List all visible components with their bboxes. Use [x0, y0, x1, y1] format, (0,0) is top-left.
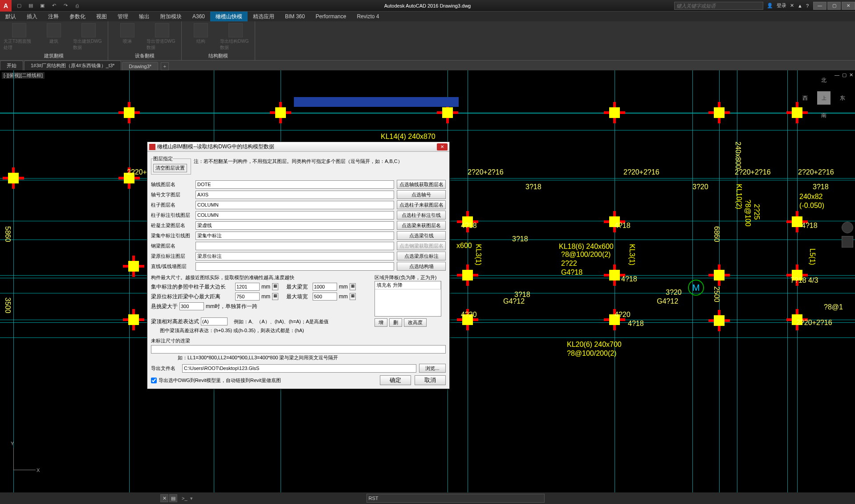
minimize-button[interactable]: — [813, 2, 826, 10]
help-icon[interactable]: ? [806, 3, 809, 8]
picker-icon[interactable]: ▦ [350, 293, 356, 300]
layout-close-icon[interactable]: ✕ [160, 494, 168, 502]
size-input-a[interactable] [235, 293, 260, 301]
picker-icon[interactable]: ▦ [272, 283, 278, 290]
layer-row-input[interactable] [195, 201, 394, 209]
layer-row-input[interactable] [195, 242, 394, 250]
qat-open-icon[interactable]: ▤ [27, 2, 35, 10]
qat-print-icon[interactable]: ⎙ [73, 2, 81, 10]
browse-button[interactable]: 浏览... [419, 364, 446, 373]
layer-row-input[interactable] [195, 221, 394, 230]
layout-list-icon[interactable]: ▤ [169, 494, 177, 502]
qat-new-icon[interactable]: ▢ [15, 2, 23, 10]
view-cube[interactable]: 上 北 南 西 东 [802, 76, 846, 120]
layer-row-input[interactable] [195, 232, 394, 240]
ribbon-tab-10[interactable]: 精选应用 [248, 12, 280, 21]
drawing-text: 2?20+2?16 [796, 319, 832, 327]
export-file-input[interactable] [182, 364, 416, 373]
view-cube-face[interactable]: 上 [817, 91, 831, 105]
ribbon-tab-8[interactable]: A360 [187, 12, 210, 21]
ribbon-tab-0[interactable]: 默认 [0, 12, 21, 21]
document-tab-1[interactable]: 1#3#厂房结构图（原4#东西镜像）_t3* [24, 61, 121, 70]
region-button-1[interactable]: 删 [389, 318, 402, 327]
layer-row-pick-button[interactable]: 点选结构墙 [397, 262, 446, 271]
qat-save-icon[interactable]: ▣ [38, 2, 46, 10]
elev-input[interactable] [201, 317, 228, 325]
new-tab-button[interactable]: + [161, 62, 169, 70]
ok-button[interactable]: 确定 [380, 375, 411, 385]
ribbon-tool[interactable]: 导出建筑DWG数据 [73, 23, 104, 51]
layer-row-input[interactable] [195, 262, 394, 271]
maximize-button[interactable]: ▢ [827, 2, 841, 10]
view-cube-west[interactable]: 西 [802, 94, 808, 102]
layer-row-pick-button[interactable]: 点选轴线获取图层名 [397, 180, 446, 189]
view-cube-south[interactable]: 南 [821, 112, 826, 119]
dialog-close-button[interactable]: ✕ [437, 143, 448, 150]
tiaoliang-input[interactable] [179, 302, 204, 310]
login-label[interactable]: 登录 [777, 2, 786, 9]
ribbon-tab-13[interactable]: Revizto 4 [351, 12, 384, 21]
ribbon-tab-5[interactable]: 管理 [112, 12, 134, 21]
ribbon-tab-4[interactable]: 视图 [91, 12, 112, 21]
app-logo[interactable]: A [0, 0, 12, 12]
layer-row-pick-button[interactable]: 点选柱子标注引线 [397, 211, 446, 219]
size-input-b[interactable] [313, 293, 337, 301]
exchange-icon[interactable]: ✕ [790, 3, 794, 8]
drawing-text: 3?18 [525, 183, 542, 191]
nav-wheel-icon[interactable] [842, 222, 853, 233]
region-button-2[interactable]: 改高度 [404, 318, 427, 327]
ribbon-tool[interactable]: 导出管道DWG数据 [147, 23, 178, 51]
document-tab-2[interactable]: Drawing3* [122, 62, 158, 70]
view-cube-north[interactable]: 北 [821, 77, 826, 84]
ribbon-tab-12[interactable]: Performance [310, 12, 352, 21]
layer-row-pick-button[interactable]: 点选梁引线 [397, 231, 446, 240]
document-tab-0[interactable]: 开始 [0, 61, 23, 70]
picker-icon[interactable]: ▦ [272, 293, 278, 300]
nav-pan-icon[interactable] [842, 236, 853, 248]
layer-row-pick-button[interactable]: 点选柱子来获图层名 [397, 200, 446, 209]
column-marker [442, 107, 453, 118]
cancel-button[interactable]: 取消 [415, 375, 446, 385]
ribbon-tab-6[interactable]: 输出 [134, 12, 155, 21]
command-input[interactable] [366, 494, 545, 503]
ribbon-tab-7[interactable]: 附加模块 [155, 12, 187, 21]
size-input-a[interactable] [235, 283, 260, 291]
column-marker [462, 270, 473, 280]
region-listbox[interactable]: 填充名 升降 [375, 281, 441, 317]
size-input-b[interactable] [313, 283, 337, 291]
help-search-input[interactable] [674, 2, 763, 10]
layer-row-input[interactable] [195, 252, 394, 260]
qat-redo-icon[interactable]: ↷ [61, 2, 69, 10]
layer-row-label: 轴号文字图层 [151, 191, 195, 198]
a360-icon[interactable]: ▲ [798, 3, 802, 8]
ribbon-tool[interactable]: 喷淋 [112, 23, 143, 45]
window-buttons: — ▢ ✕ [812, 2, 855, 10]
clear-layers-button[interactable]: 清空图层设置 [153, 164, 187, 172]
ribbon-tool[interactable]: 建筑 [38, 23, 69, 45]
layer-row-input[interactable] [195, 180, 394, 189]
qat-undo-icon[interactable]: ↶ [50, 2, 58, 10]
ribbon-tab-9[interactable]: 橄榄山快模 [210, 12, 248, 21]
region-button-0[interactable]: 增 [375, 318, 387, 327]
size-row-1: 梁原位标注距梁中心最大距离mm▦最大墙宽mm▦ [151, 293, 370, 301]
layer-row-pick-button[interactable]: 点选梁原位标注 [397, 252, 446, 260]
dialog-titlebar[interactable]: 橄榄山BIM翻模--读取结构DWG中的结构模型数据 ✕ [147, 142, 449, 152]
ribbon-tab-1[interactable]: 插入 [21, 12, 43, 21]
ribbon-tab-11[interactable]: BIM 360 [280, 12, 310, 21]
picker-icon[interactable]: ▦ [350, 283, 356, 290]
close-button[interactable]: ✕ [842, 2, 855, 10]
layer-row-pick-button[interactable]: 点击钢梁获取图层名 [397, 241, 446, 250]
ribbon-tab-3[interactable]: 参数化 [64, 12, 91, 21]
ribbon-tab-2[interactable]: 注释 [43, 12, 64, 21]
export-link-checkbox[interactable] [151, 378, 157, 383]
unmarked-input[interactable] [151, 345, 446, 354]
layer-row-input[interactable] [195, 191, 394, 199]
layer-row-pick-button[interactable]: 点选轴号 [397, 190, 446, 199]
user-icon[interactable]: 👤 [767, 3, 773, 8]
ribbon-tool[interactable]: 导出结构DWG数据 [220, 23, 251, 51]
ribbon-tool[interactable]: 结构 [185, 23, 216, 45]
layer-row-input[interactable] [195, 211, 394, 219]
layer-row-pick-button[interactable]: 点选梁来获图层名 [397, 221, 446, 230]
ribbon-tool[interactable]: 天正T3图面预处理 [4, 23, 35, 51]
view-cube-east[interactable]: 东 [840, 94, 845, 102]
